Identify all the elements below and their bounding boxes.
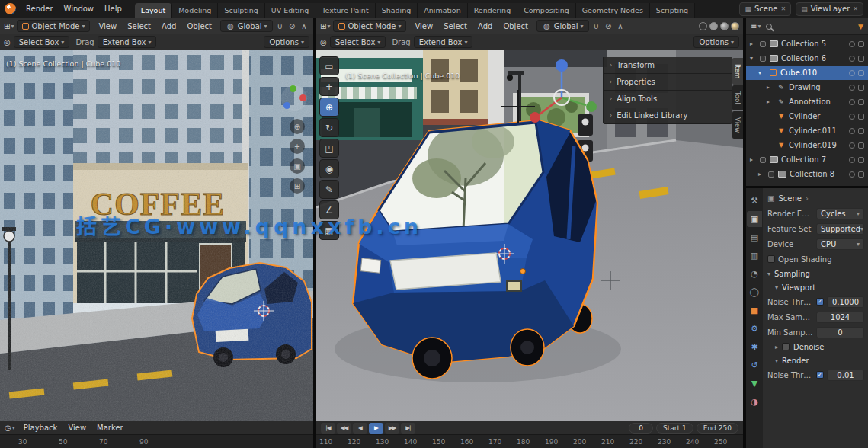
tool-button[interactable]: ✎ xyxy=(319,180,339,199)
npanel-section[interactable]: ›Properties xyxy=(603,74,732,91)
drag-mode-selector[interactable]: Extend Box▾ xyxy=(414,36,473,48)
workspace-tab[interactable]: Scripting xyxy=(650,3,695,18)
tool-button[interactable]: ▭ xyxy=(319,56,339,75)
shading-material-icon[interactable] xyxy=(720,22,729,30)
outliner-row[interactable]: ▸ Collection 7 xyxy=(746,152,868,167)
mode-selector[interactable]: Object Mode▾ xyxy=(333,20,406,32)
options-dropdown[interactable]: Options▾ xyxy=(693,36,739,48)
render-visibility-icon[interactable] xyxy=(858,99,864,105)
shading-solid-icon[interactable] xyxy=(709,22,718,30)
viewport-nav-button[interactable]: ⊕ xyxy=(290,119,305,134)
tool-button[interactable]: ◰ xyxy=(319,139,339,158)
properties-tab[interactable]: ✱ xyxy=(747,339,762,355)
playback-button[interactable]: ◀ xyxy=(353,423,367,434)
menubar-item[interactable]: Window xyxy=(59,3,99,14)
workspace-tab[interactable]: Texture Paint xyxy=(315,3,375,18)
properties-tab[interactable]: ■ xyxy=(747,302,762,318)
playback-button[interactable]: ◀◀ xyxy=(337,423,351,434)
workspace-tab[interactable]: Geometry Nodes xyxy=(576,3,650,18)
npanel-tab[interactable]: Item xyxy=(732,58,743,85)
viewport-nav-button[interactable]: ⊞ xyxy=(290,178,305,194)
properties-tab[interactable]: ◯ xyxy=(747,284,762,300)
osl-checkbox[interactable] xyxy=(767,255,775,263)
timeline-menu-item[interactable]: View xyxy=(62,422,91,434)
npanel-section[interactable]: ›Align Tools xyxy=(603,91,732,107)
feature-set-select[interactable]: Supported▾ xyxy=(816,223,864,235)
outliner-editor-icon[interactable]: ≡▾ xyxy=(751,22,761,30)
render-visibility-icon[interactable] xyxy=(858,41,864,47)
hide-eye-icon[interactable] xyxy=(849,41,855,47)
outliner-row[interactable]: ▸ Collection 8 xyxy=(746,167,868,181)
properties-tab[interactable]: ◔ xyxy=(747,266,762,282)
render-engine-select[interactable]: Cycles▾ xyxy=(816,208,864,219)
viewport-menu-item[interactable]: Select xyxy=(122,21,156,32)
magnet-icon[interactable]: ∪ xyxy=(276,22,284,30)
scene-selector[interactable]: ▦ Scene ✕ xyxy=(739,2,791,16)
properties-tab[interactable]: ▼ xyxy=(747,376,762,392)
render-noise-field[interactable]: 0.01 xyxy=(827,370,864,381)
tool-selector[interactable]: Select Box▾ xyxy=(330,36,386,48)
render-visibility-icon[interactable] xyxy=(858,56,864,62)
orientation-selector[interactable]: ◍Global▾ xyxy=(536,20,589,32)
outliner-row[interactable]: ▾ Collection 6 xyxy=(746,51,868,66)
frame-start-field[interactable]: Start1 xyxy=(656,423,693,434)
outliner-row[interactable]: Cylinder.019 xyxy=(746,138,868,152)
shading-wireframe-icon[interactable] xyxy=(699,22,707,30)
npanel-tab[interactable]: Tool xyxy=(732,85,743,110)
options-dropdown[interactable]: Options▾ xyxy=(264,36,309,48)
workspace-tab[interactable]: UV Editing xyxy=(265,3,316,18)
exclude-checkbox[interactable] xyxy=(760,157,766,163)
noise-threshold-field[interactable]: 0.1000 xyxy=(827,296,864,308)
render-visibility-icon[interactable] xyxy=(858,114,864,120)
expand-arrow[interactable]: ▾ xyxy=(750,55,757,62)
viewport-menu-item[interactable]: Object xyxy=(181,21,217,32)
denoise-checkbox[interactable] xyxy=(782,343,790,350)
timeline-menu-item[interactable]: Marker xyxy=(91,422,129,434)
panel-divider[interactable] xyxy=(743,18,746,448)
proportional-edit-icon[interactable]: ⊘ xyxy=(287,22,296,30)
search-icon[interactable] xyxy=(766,24,772,30)
left-viewport-canvas[interactable]: COFFEE xyxy=(0,50,313,421)
outliner-row[interactable]: Cylinder xyxy=(746,109,868,123)
hide-eye-icon[interactable] xyxy=(849,142,855,149)
tool-button[interactable]: ∠ xyxy=(319,200,339,219)
timeline-ruler-left[interactable]: 30507090 xyxy=(0,434,313,448)
tool-button[interactable]: ↻ xyxy=(319,118,339,137)
properties-tab[interactable]: ◑ xyxy=(747,394,762,410)
menubar-item[interactable]: Render xyxy=(21,3,59,14)
magnet-icon[interactable]: ∪ xyxy=(592,22,601,30)
shading-rendered-icon[interactable] xyxy=(731,22,739,30)
sampling-section-header[interactable]: ▾Sampling xyxy=(767,267,864,280)
gizmo-x-axis[interactable] xyxy=(299,94,306,101)
unlink-scene-icon[interactable]: ✕ xyxy=(780,5,786,12)
snap-icon[interactable]: ∧ xyxy=(299,22,308,30)
properties-tab[interactable]: ⚙ xyxy=(747,321,762,337)
playback-button[interactable]: |◀ xyxy=(321,423,335,434)
viewport-nav-button[interactable]: + xyxy=(290,139,305,154)
timeline-menu-item[interactable]: Playback xyxy=(18,422,63,434)
tool-button[interactable]: ⊕ xyxy=(319,98,339,117)
proportional-edit-icon[interactable]: ⊘ xyxy=(604,22,613,30)
noise-threshold-checkbox[interactable]: ✓ xyxy=(816,298,824,306)
properties-tab[interactable]: ▥ xyxy=(747,248,762,264)
snap-icon[interactable]: ∧ xyxy=(616,22,624,30)
expand-arrow[interactable]: ▾ xyxy=(758,69,765,76)
device-select[interactable]: CPU▾ xyxy=(816,238,864,250)
frame-end-field[interactable]: End250 xyxy=(697,423,738,434)
expand-arrow[interactable]: ▸ xyxy=(750,156,757,163)
gizmo-z-axis[interactable] xyxy=(283,102,290,109)
tool-button[interactable]: + xyxy=(319,77,339,96)
expand-arrow[interactable]: ▸ xyxy=(767,98,774,105)
workspace-tab[interactable]: Animation xyxy=(418,3,467,18)
outliner-row[interactable]: ▸ Collection 5 xyxy=(746,37,868,51)
workspace-tab[interactable]: Shading xyxy=(376,3,418,18)
viewport-menu-item[interactable]: Select xyxy=(438,21,472,32)
blender-logo-icon[interactable] xyxy=(5,3,16,14)
exclude-checkbox[interactable] xyxy=(760,56,766,62)
outliner-row[interactable]: ▸ Drawing xyxy=(746,80,868,94)
navigation-gizmo[interactable] xyxy=(281,85,307,111)
hide-eye-icon[interactable] xyxy=(849,70,855,76)
viewlayer-selector[interactable]: ▤ ViewLayer ✕ xyxy=(796,2,863,16)
npanel-section[interactable]: ›Transform xyxy=(603,57,732,74)
render-visibility-icon[interactable] xyxy=(858,157,864,163)
